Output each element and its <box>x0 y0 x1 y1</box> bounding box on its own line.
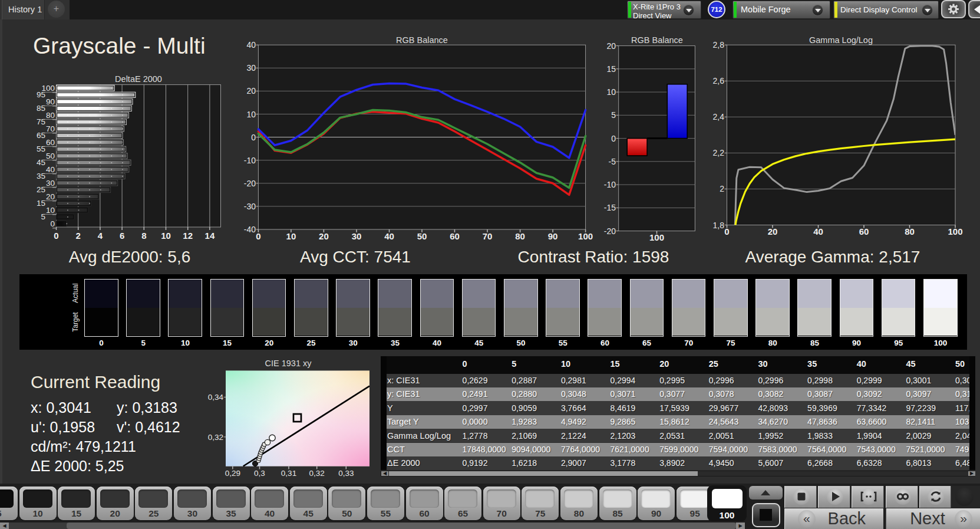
svg-text:20: 20 <box>319 231 329 241</box>
svg-text:5: 5 <box>41 212 45 221</box>
svg-text:CIE 1931 xy: CIE 1931 xy <box>265 359 312 368</box>
svg-text:80: 80 <box>46 111 55 120</box>
svg-text:50: 50 <box>46 152 55 160</box>
svg-text:30: 30 <box>246 63 256 73</box>
svg-text:10: 10 <box>161 231 171 241</box>
svg-text:2,6: 2,6 <box>713 76 725 86</box>
svg-text:DeltaE 2000: DeltaE 2000 <box>115 74 162 84</box>
svg-text:0: 0 <box>50 219 55 228</box>
svg-text:60: 60 <box>46 138 55 147</box>
svg-text:0,29: 0,29 <box>225 469 240 478</box>
svg-text:30: 30 <box>352 231 362 241</box>
svg-text:-10: -10 <box>604 180 616 189</box>
svg-text:0: 0 <box>611 134 616 143</box>
svg-text:70: 70 <box>46 124 55 133</box>
svg-text:14: 14 <box>205 231 215 241</box>
svg-text:90: 90 <box>548 231 558 241</box>
svg-text:-15: -15 <box>604 203 616 212</box>
svg-text:-10: -10 <box>244 156 256 165</box>
svg-text:65: 65 <box>37 131 45 140</box>
svg-text:6: 6 <box>120 231 124 241</box>
svg-text:100: 100 <box>948 226 962 236</box>
svg-text:10: 10 <box>606 87 616 97</box>
svg-text:0: 0 <box>251 133 256 142</box>
svg-text:20: 20 <box>46 192 55 201</box>
svg-text:80: 80 <box>905 226 915 236</box>
svg-text:-5: -5 <box>609 157 616 166</box>
svg-text:15: 15 <box>606 64 616 74</box>
svg-text:40: 40 <box>46 165 55 174</box>
svg-text:50: 50 <box>417 231 427 241</box>
svg-text:90: 90 <box>46 97 55 106</box>
svg-text:0,31: 0,31 <box>281 469 296 478</box>
svg-text:2,4: 2,4 <box>713 112 725 121</box>
svg-text:2: 2 <box>76 231 81 241</box>
svg-text:5: 5 <box>611 110 616 120</box>
svg-text:0: 0 <box>54 231 58 241</box>
svg-text:75: 75 <box>37 117 45 126</box>
svg-text:1,8: 1,8 <box>713 221 725 230</box>
svg-text:95: 95 <box>37 90 45 99</box>
svg-text:12: 12 <box>183 231 193 241</box>
svg-text:60: 60 <box>450 231 460 241</box>
svg-text:-30: -30 <box>244 202 256 211</box>
svg-text:-20: -20 <box>244 179 256 188</box>
svg-text:0: 0 <box>724 226 729 236</box>
svg-text:0,32: 0,32 <box>309 469 325 478</box>
svg-text:20: 20 <box>768 226 778 236</box>
svg-text:40: 40 <box>384 231 394 241</box>
svg-text:0,33: 0,33 <box>338 469 354 478</box>
svg-text:35: 35 <box>37 172 45 180</box>
svg-text:2,2: 2,2 <box>713 148 725 157</box>
svg-text:10: 10 <box>286 231 296 241</box>
svg-text:100: 100 <box>578 231 593 241</box>
svg-text:85: 85 <box>37 104 45 113</box>
svg-text:2: 2 <box>720 184 724 193</box>
svg-text:0: 0 <box>256 231 260 241</box>
svg-text:25: 25 <box>37 185 45 194</box>
svg-text:0,3: 0,3 <box>254 469 265 478</box>
svg-text:45: 45 <box>37 158 45 167</box>
svg-text:2,8: 2,8 <box>713 40 725 50</box>
svg-text:70: 70 <box>483 231 493 241</box>
svg-text:-20: -20 <box>604 226 616 236</box>
svg-text:55: 55 <box>37 144 45 153</box>
svg-text:60: 60 <box>859 226 869 236</box>
svg-text:RGB Balance: RGB Balance <box>396 35 448 45</box>
svg-text:10: 10 <box>46 206 55 215</box>
svg-text:80: 80 <box>515 231 525 241</box>
svg-text:30: 30 <box>46 179 55 188</box>
svg-text:10: 10 <box>246 110 256 119</box>
svg-text:20: 20 <box>606 41 616 51</box>
svg-text:-40: -40 <box>244 225 256 234</box>
svg-text:15: 15 <box>37 199 45 208</box>
svg-text:0,34: 0,34 <box>208 393 224 402</box>
svg-text:4: 4 <box>98 231 103 241</box>
svg-text:Gamma Log/Log: Gamma Log/Log <box>809 35 873 45</box>
svg-text:20: 20 <box>246 86 256 96</box>
svg-text:RGB Balance: RGB Balance <box>631 35 683 45</box>
svg-text:8: 8 <box>141 231 146 241</box>
svg-text:0,32: 0,32 <box>208 433 223 442</box>
svg-text:40: 40 <box>246 40 256 50</box>
svg-text:40: 40 <box>813 226 823 236</box>
